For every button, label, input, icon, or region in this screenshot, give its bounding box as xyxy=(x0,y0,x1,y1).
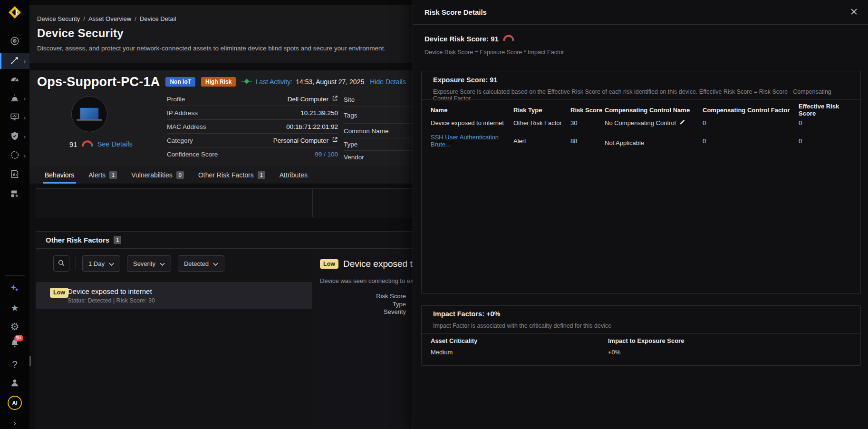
see-details-link[interactable]: See Details xyxy=(97,140,133,148)
chevron-right-icon: › xyxy=(24,134,26,140)
sidebar-item-help[interactable]: ? xyxy=(0,356,29,372)
device-fields: Profile Dell Computer IP Address 10.21.3… xyxy=(167,92,338,161)
risk-type: Other Risk Factor xyxy=(513,119,570,127)
search-button[interactable] xyxy=(53,255,69,272)
tab-other-risk-factors[interactable]: Other Risk Factors1 xyxy=(198,166,265,184)
breadcrumb-separator: / xyxy=(83,15,85,22)
siren-icon xyxy=(10,93,20,105)
sidebar-item-integrations[interactable] xyxy=(0,186,29,202)
sidebar-item-ai-assist[interactable] xyxy=(0,281,29,297)
star-icon: ★ xyxy=(10,303,19,312)
compensating-control-factor: 0 xyxy=(703,119,799,127)
last-activity-value: 14:53, August 27, 2025 xyxy=(296,78,364,86)
risk-name-link[interactable]: SSH User Authentication Brute... xyxy=(431,134,513,148)
breadcrumb-device-security[interactable]: Device Security xyxy=(37,15,80,22)
behaviors-section-partial xyxy=(36,188,413,217)
tab-count-badge: 1 xyxy=(109,171,117,179)
main-content: Device Security / Asset Overview / Devic… xyxy=(29,0,413,429)
route-icon xyxy=(10,55,20,67)
close-button[interactable] xyxy=(850,8,858,17)
exposure-table-row: Device exposed to internet Other Risk Fa… xyxy=(422,119,860,127)
tab-alerts[interactable]: Alerts1 xyxy=(88,166,117,184)
sidebar-item-devices[interactable]: › xyxy=(0,109,29,126)
section-title: Other Risk Factors xyxy=(46,236,109,244)
exposure-table-header: Name Risk Type Risk Score Compensating C… xyxy=(422,103,860,117)
device-name: Ops-Support-PC-1A xyxy=(37,75,160,89)
sidebar-item-notifications[interactable]: 9+ xyxy=(0,336,29,352)
bell-icon: 9+ xyxy=(10,338,20,350)
exposure-score-title: Exposure Score: 91 xyxy=(433,76,497,84)
breadcrumb-device-detail[interactable]: Device Detail xyxy=(140,15,176,22)
external-link-icon[interactable] xyxy=(332,95,338,103)
sidebar-item-alerts[interactable]: › xyxy=(0,90,29,107)
risk-type: Alert xyxy=(513,137,570,145)
breadcrumb-separator: / xyxy=(135,15,136,22)
tab-attributes[interactable]: Attributes xyxy=(280,166,308,184)
chevron-right-icon: › xyxy=(24,153,26,159)
severity-badge: Low xyxy=(50,288,68,298)
detail-description: Device was seen connecting to extern xyxy=(320,277,413,284)
sidebar-item-reports[interactable] xyxy=(0,166,29,183)
sidebar-item-ai-chat[interactable]: AI xyxy=(0,395,29,411)
tab-count-badge: 0 xyxy=(176,171,184,179)
sidebar-item-account[interactable] xyxy=(0,375,29,391)
exposure-table-row: SSH User Authentication Brute... Alert 8… xyxy=(422,134,860,148)
sidebar-item-device-security[interactable]: › xyxy=(0,53,29,69)
tab-behaviors[interactable]: Behaviors xyxy=(45,166,74,184)
status-dropdown[interactable]: Detected xyxy=(178,255,224,272)
field-row-ip: IP Address 10.21.39.250 xyxy=(167,106,338,120)
status-diamond-icon xyxy=(241,78,252,86)
chevron-down-icon xyxy=(109,260,114,267)
tab-vulnerabilities[interactable]: Vulnerabilities0 xyxy=(131,166,184,184)
field-row-vendor: Vendor xyxy=(344,151,413,163)
device-type-badge: Non IoT xyxy=(165,77,195,87)
detail-label-risk-score: Risk Score xyxy=(312,292,406,301)
sidebar: › › › › › xyxy=(0,0,29,429)
edit-control-button[interactable] xyxy=(679,119,685,127)
divider xyxy=(422,99,860,100)
last-activity-label: Last Activity: xyxy=(255,78,292,86)
detail-field-labels: Risk Score Type Severity xyxy=(312,292,406,316)
sidebar-item-dashboard[interactable] xyxy=(0,72,29,88)
time-range-dropdown[interactable]: 1 Day xyxy=(82,255,120,272)
gear-icon: ⚙ xyxy=(10,322,19,332)
close-icon xyxy=(850,10,858,17)
other-risk-factors-section: Other Risk Factors 1 1 Day Severity Dete… xyxy=(36,231,413,429)
risk-score-details-panel: Risk Score Details Device Risk Score: 91… xyxy=(413,0,868,429)
breadcrumb-asset-overview[interactable]: Asset Overview xyxy=(88,15,131,22)
shield-check-icon xyxy=(10,131,20,143)
sidebar-divider xyxy=(5,275,25,276)
gauge-icon xyxy=(10,74,20,86)
sidebar-item-discover[interactable] xyxy=(0,33,29,49)
risk-name: Device exposed to internet xyxy=(431,119,513,127)
risk-factor-title: Device exposed to internet xyxy=(68,287,152,295)
detail-label-severity: Severity xyxy=(312,308,406,316)
field-row-category: Category Personal Computer xyxy=(167,134,338,147)
sidebar-item-processes[interactable]: › xyxy=(0,147,29,164)
device-summary: Ops-Support-PC-1A Non IoT High Risk Last… xyxy=(29,70,413,166)
sidebar-item-security-policies[interactable]: › xyxy=(0,128,29,145)
hide-details-link[interactable]: Hide Details xyxy=(370,78,405,86)
risk-score: 88 xyxy=(570,137,605,145)
asset-criticality: Medium xyxy=(431,349,608,356)
field-row-mac: MAC Address 00:1b:71:22:01:92 xyxy=(167,120,338,134)
scrollbar-thumb[interactable] xyxy=(29,356,31,366)
sidebar-item-favorites[interactable]: ★ xyxy=(0,300,29,316)
field-row-profile: Profile Dell Computer xyxy=(167,92,338,106)
radar-icon xyxy=(10,36,20,48)
dotted-circle-icon xyxy=(10,150,20,162)
compensating-control-factor: 0 xyxy=(703,137,799,145)
screen: › › › › › xyxy=(0,0,868,429)
top-strip xyxy=(29,0,413,5)
impact-factors-box: Impact Factors: +0% Impact Factor is ass… xyxy=(421,305,861,366)
sparkles-icon xyxy=(10,283,20,295)
armis-logo-icon[interactable] xyxy=(8,5,22,20)
monitor-pulse-icon xyxy=(10,112,20,124)
external-link-icon[interactable] xyxy=(332,136,338,144)
severity-dropdown[interactable]: Severity xyxy=(127,255,171,272)
severity-badge: Low xyxy=(320,259,338,269)
chevron-right-icon: › xyxy=(24,115,26,121)
risk-factor-list-item[interactable]: Low Device exposed to internet Status: D… xyxy=(36,282,312,309)
sidebar-item-settings[interactable]: ⚙ xyxy=(0,318,29,334)
sidebar-collapse-toggle[interactable]: › xyxy=(0,415,29,429)
